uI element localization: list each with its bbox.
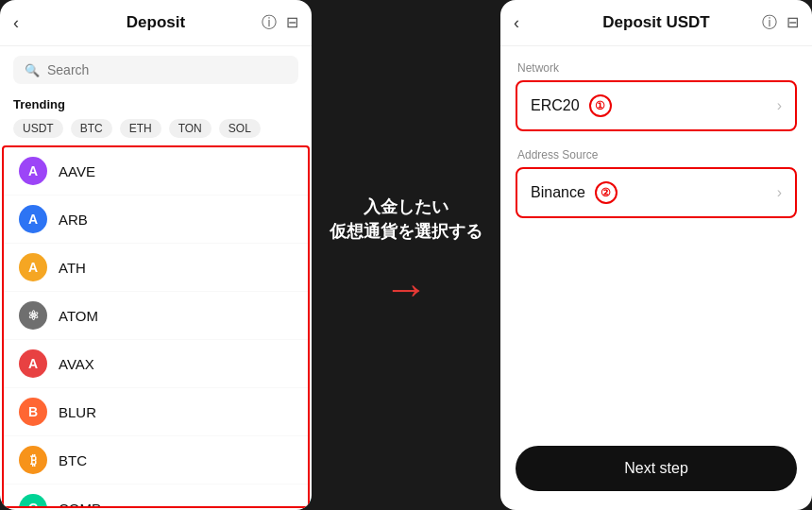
annotation-text: 入金したい 仮想通貨を選択する <box>330 196 482 243</box>
coin-icon-comp: C <box>19 494 47 508</box>
coin-item-comp[interactable]: CCOMP <box>4 484 308 508</box>
coin-name-comp: COMP <box>59 501 101 509</box>
trending-chip-usdt[interactable]: USDT <box>13 119 63 138</box>
right-clipboard-icon[interactable]: ⊟ <box>787 13 799 33</box>
address-chevron: › <box>777 184 782 201</box>
trending-chip-eth[interactable]: ETH <box>120 119 161 138</box>
coin-item-blur[interactable]: BBLUR <box>4 388 308 436</box>
middle-area: 入金したい 仮想通貨を選択する → <box>312 0 500 510</box>
trending-section: Trending USDTBTCETHTONSOL <box>0 94 312 145</box>
right-header-icons: ⓘ ⊟ <box>762 13 799 33</box>
left-header-icons: ⓘ ⊟ <box>262 13 298 33</box>
annotation-line1: 入金したい <box>330 196 482 219</box>
coin-name-aave: AAVE <box>59 163 95 179</box>
coin-name-blur: BLUR <box>59 404 96 420</box>
coin-name-arb: ARB <box>59 212 88 228</box>
right-panel: ‹ Deposit USDT ⓘ ⊟ Network ERC20 ① › Add… <box>500 0 812 510</box>
coin-icon-arb: A <box>19 205 47 233</box>
coin-icon-blur: B <box>19 398 47 426</box>
coin-icon-btc: ₿ <box>19 446 47 474</box>
annotation-line2: 仮想通貨を選択する <box>330 220 482 244</box>
left-back-button[interactable]: ‹ <box>13 13 19 33</box>
right-title: Deposit USDT <box>602 13 709 32</box>
address-badge: ② <box>595 181 617 204</box>
address-select[interactable]: Binance ② › <box>516 167 797 218</box>
right-back-button[interactable]: ‹ <box>514 13 519 33</box>
network-chevron: › <box>777 97 782 114</box>
trending-chip-ton[interactable]: TON <box>169 119 211 138</box>
next-step-button[interactable]: Next step <box>516 446 797 491</box>
coin-list[interactable]: AAAVEAARBAATH⚛ATOMAAVAXBBLUR₿BTCCCOMP⬡CR… <box>2 145 310 508</box>
trending-chip-sol[interactable]: SOL <box>219 119 261 138</box>
address-value: Binance <box>531 184 585 201</box>
coin-item-aave[interactable]: AAAVE <box>4 147 308 196</box>
search-icon: 🔍 <box>25 63 40 77</box>
search-input[interactable] <box>47 62 287 77</box>
trending-chip-btc[interactable]: BTC <box>71 119 112 138</box>
search-bar[interactable]: 🔍 <box>13 56 298 84</box>
left-panel: ‹ Deposit ⓘ ⊟ 🔍 Trending USDTBTCETHTONSO… <box>0 0 312 510</box>
coin-icon-aave: A <box>19 157 47 185</box>
network-select-left: ERC20 ① <box>531 94 612 117</box>
coin-name-atom: ATOM <box>59 308 98 324</box>
address-select-left: Binance ② <box>531 181 617 204</box>
coin-name-ath: ATH <box>59 260 86 276</box>
left-header: ‹ Deposit ⓘ ⊟ <box>0 0 312 46</box>
network-badge: ① <box>589 94 612 117</box>
trending-label: Trending <box>13 97 298 111</box>
form-area: Network ERC20 ① › Address Source Binance… <box>500 46 812 434</box>
left-title: Deposit <box>127 13 185 32</box>
coin-item-ath[interactable]: AATH <box>4 244 308 292</box>
coin-icon-ath: A <box>19 253 47 281</box>
network-value: ERC20 <box>531 97 580 114</box>
address-label: Address Source <box>516 148 797 162</box>
coin-item-atom[interactable]: ⚛ATOM <box>4 292 308 340</box>
arrow-icon: → <box>383 263 429 314</box>
right-info-icon[interactable]: ⓘ <box>762 13 777 33</box>
network-label: Network <box>516 61 797 75</box>
trending-chips: USDTBTCETHTONSOL <box>13 119 298 138</box>
network-select[interactable]: ERC20 ① › <box>516 80 797 131</box>
coin-name-avax: AVAX <box>59 356 94 372</box>
coin-item-avax[interactable]: AAVAX <box>4 340 308 388</box>
right-header: ‹ Deposit USDT ⓘ ⊟ <box>500 0 812 46</box>
coin-icon-atom: ⚛ <box>19 301 47 330</box>
coin-item-btc[interactable]: ₿BTC <box>4 436 308 484</box>
coin-name-btc: BTC <box>59 452 87 468</box>
info-icon[interactable]: ⓘ <box>262 13 277 33</box>
clipboard-icon[interactable]: ⊟ <box>286 13 298 33</box>
coin-icon-avax: A <box>19 349 47 378</box>
coin-item-arb[interactable]: AARB <box>4 196 308 244</box>
